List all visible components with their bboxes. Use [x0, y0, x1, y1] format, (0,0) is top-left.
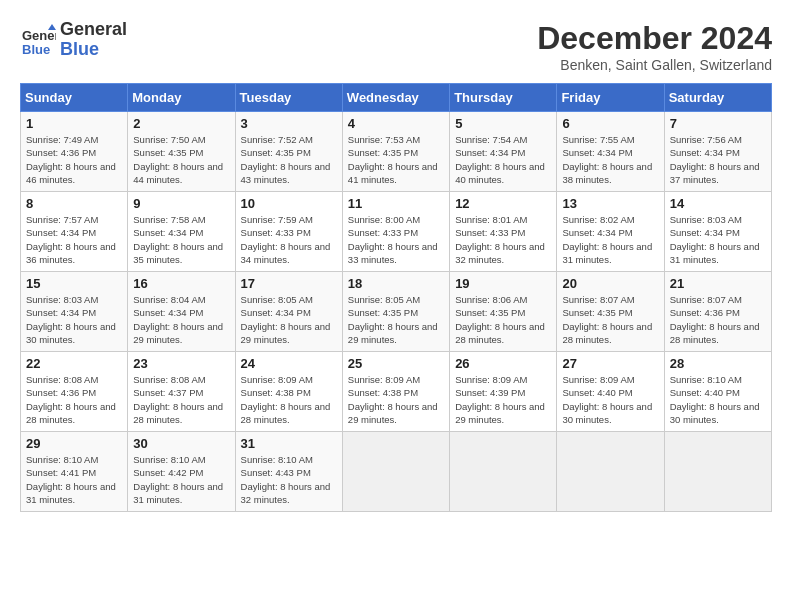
day-number: 24 [241, 356, 337, 371]
day-info: Sunrise: 8:09 AMSunset: 4:38 PMDaylight:… [348, 373, 444, 426]
month-title: December 2024 [537, 20, 772, 57]
day-number: 1 [26, 116, 122, 131]
day-number: 12 [455, 196, 551, 211]
calendar-cell: 1Sunrise: 7:49 AMSunset: 4:36 PMDaylight… [21, 112, 128, 192]
calendar-cell: 30Sunrise: 8:10 AMSunset: 4:42 PMDayligh… [128, 432, 235, 512]
day-info: Sunrise: 7:52 AMSunset: 4:35 PMDaylight:… [241, 133, 337, 186]
calendar-cell: 2Sunrise: 7:50 AMSunset: 4:35 PMDaylight… [128, 112, 235, 192]
day-info: Sunrise: 8:09 AMSunset: 4:40 PMDaylight:… [562, 373, 658, 426]
logo-blue: Blue [60, 40, 127, 60]
day-info: Sunrise: 7:58 AMSunset: 4:34 PMDaylight:… [133, 213, 229, 266]
calendar-cell: 20Sunrise: 8:07 AMSunset: 4:35 PMDayligh… [557, 272, 664, 352]
day-info: Sunrise: 8:08 AMSunset: 4:36 PMDaylight:… [26, 373, 122, 426]
calendar-cell: 24Sunrise: 8:09 AMSunset: 4:38 PMDayligh… [235, 352, 342, 432]
day-info: Sunrise: 8:09 AMSunset: 4:39 PMDaylight:… [455, 373, 551, 426]
location-subtitle: Benken, Saint Gallen, Switzerland [537, 57, 772, 73]
svg-text:Blue: Blue [22, 42, 50, 57]
calendar-cell: 19Sunrise: 8:06 AMSunset: 4:35 PMDayligh… [450, 272, 557, 352]
day-header-tuesday: Tuesday [235, 84, 342, 112]
calendar-week-row: 8Sunrise: 7:57 AMSunset: 4:34 PMDaylight… [21, 192, 772, 272]
calendar-cell: 5Sunrise: 7:54 AMSunset: 4:34 PMDaylight… [450, 112, 557, 192]
page-header: General Blue General Blue December 2024 … [20, 20, 772, 73]
calendar-cell: 22Sunrise: 8:08 AMSunset: 4:36 PMDayligh… [21, 352, 128, 432]
logo-general: General [60, 20, 127, 40]
calendar-cell: 7Sunrise: 7:56 AMSunset: 4:34 PMDaylight… [664, 112, 771, 192]
calendar-cell: 16Sunrise: 8:04 AMSunset: 4:34 PMDayligh… [128, 272, 235, 352]
calendar-cell: 28Sunrise: 8:10 AMSunset: 4:40 PMDayligh… [664, 352, 771, 432]
day-number: 17 [241, 276, 337, 291]
day-info: Sunrise: 8:05 AMSunset: 4:35 PMDaylight:… [348, 293, 444, 346]
day-number: 5 [455, 116, 551, 131]
day-number: 6 [562, 116, 658, 131]
day-number: 28 [670, 356, 766, 371]
day-info: Sunrise: 7:55 AMSunset: 4:34 PMDaylight:… [562, 133, 658, 186]
day-header-friday: Friday [557, 84, 664, 112]
day-number: 23 [133, 356, 229, 371]
day-info: Sunrise: 8:04 AMSunset: 4:34 PMDaylight:… [133, 293, 229, 346]
day-info: Sunrise: 8:10 AMSunset: 4:42 PMDaylight:… [133, 453, 229, 506]
day-number: 2 [133, 116, 229, 131]
day-number: 26 [455, 356, 551, 371]
day-header-wednesday: Wednesday [342, 84, 449, 112]
day-info: Sunrise: 8:10 AMSunset: 4:40 PMDaylight:… [670, 373, 766, 426]
day-number: 29 [26, 436, 122, 451]
calendar-cell: 17Sunrise: 8:05 AMSunset: 4:34 PMDayligh… [235, 272, 342, 352]
calendar-cell [342, 432, 449, 512]
day-info: Sunrise: 8:01 AMSunset: 4:33 PMDaylight:… [455, 213, 551, 266]
day-number: 11 [348, 196, 444, 211]
day-number: 9 [133, 196, 229, 211]
day-number: 21 [670, 276, 766, 291]
day-number: 4 [348, 116, 444, 131]
day-number: 27 [562, 356, 658, 371]
calendar-cell: 29Sunrise: 8:10 AMSunset: 4:41 PMDayligh… [21, 432, 128, 512]
logo-icon: General Blue [20, 22, 56, 58]
day-number: 31 [241, 436, 337, 451]
calendar-cell: 13Sunrise: 8:02 AMSunset: 4:34 PMDayligh… [557, 192, 664, 272]
calendar-header-row: SundayMondayTuesdayWednesdayThursdayFrid… [21, 84, 772, 112]
day-header-sunday: Sunday [21, 84, 128, 112]
calendar-cell: 9Sunrise: 7:58 AMSunset: 4:34 PMDaylight… [128, 192, 235, 272]
day-number: 15 [26, 276, 122, 291]
day-info: Sunrise: 8:07 AMSunset: 4:36 PMDaylight:… [670, 293, 766, 346]
day-info: Sunrise: 8:02 AMSunset: 4:34 PMDaylight:… [562, 213, 658, 266]
calendar-cell: 15Sunrise: 8:03 AMSunset: 4:34 PMDayligh… [21, 272, 128, 352]
day-number: 18 [348, 276, 444, 291]
title-block: December 2024 Benken, Saint Gallen, Swit… [537, 20, 772, 73]
calendar-week-row: 15Sunrise: 8:03 AMSunset: 4:34 PMDayligh… [21, 272, 772, 352]
day-header-saturday: Saturday [664, 84, 771, 112]
day-number: 25 [348, 356, 444, 371]
calendar-cell: 11Sunrise: 8:00 AMSunset: 4:33 PMDayligh… [342, 192, 449, 272]
logo: General Blue General Blue [20, 20, 127, 60]
calendar-cell [664, 432, 771, 512]
day-header-monday: Monday [128, 84, 235, 112]
calendar-cell: 4Sunrise: 7:53 AMSunset: 4:35 PMDaylight… [342, 112, 449, 192]
day-number: 16 [133, 276, 229, 291]
day-info: Sunrise: 8:03 AMSunset: 4:34 PMDaylight:… [670, 213, 766, 266]
calendar-cell: 26Sunrise: 8:09 AMSunset: 4:39 PMDayligh… [450, 352, 557, 432]
day-number: 10 [241, 196, 337, 211]
day-info: Sunrise: 7:53 AMSunset: 4:35 PMDaylight:… [348, 133, 444, 186]
day-number: 19 [455, 276, 551, 291]
day-info: Sunrise: 8:00 AMSunset: 4:33 PMDaylight:… [348, 213, 444, 266]
calendar-cell [557, 432, 664, 512]
day-number: 13 [562, 196, 658, 211]
calendar-cell: 3Sunrise: 7:52 AMSunset: 4:35 PMDaylight… [235, 112, 342, 192]
calendar-cell: 18Sunrise: 8:05 AMSunset: 4:35 PMDayligh… [342, 272, 449, 352]
day-number: 3 [241, 116, 337, 131]
calendar-cell [450, 432, 557, 512]
calendar-week-row: 22Sunrise: 8:08 AMSunset: 4:36 PMDayligh… [21, 352, 772, 432]
day-info: Sunrise: 7:50 AMSunset: 4:35 PMDaylight:… [133, 133, 229, 186]
day-header-thursday: Thursday [450, 84, 557, 112]
day-number: 7 [670, 116, 766, 131]
day-number: 30 [133, 436, 229, 451]
day-info: Sunrise: 8:10 AMSunset: 4:41 PMDaylight:… [26, 453, 122, 506]
day-info: Sunrise: 7:59 AMSunset: 4:33 PMDaylight:… [241, 213, 337, 266]
day-number: 22 [26, 356, 122, 371]
calendar-cell: 8Sunrise: 7:57 AMSunset: 4:34 PMDaylight… [21, 192, 128, 272]
day-info: Sunrise: 7:56 AMSunset: 4:34 PMDaylight:… [670, 133, 766, 186]
day-info: Sunrise: 8:07 AMSunset: 4:35 PMDaylight:… [562, 293, 658, 346]
day-info: Sunrise: 8:03 AMSunset: 4:34 PMDaylight:… [26, 293, 122, 346]
day-info: Sunrise: 7:54 AMSunset: 4:34 PMDaylight:… [455, 133, 551, 186]
calendar-cell: 14Sunrise: 8:03 AMSunset: 4:34 PMDayligh… [664, 192, 771, 272]
calendar-week-row: 1Sunrise: 7:49 AMSunset: 4:36 PMDaylight… [21, 112, 772, 192]
